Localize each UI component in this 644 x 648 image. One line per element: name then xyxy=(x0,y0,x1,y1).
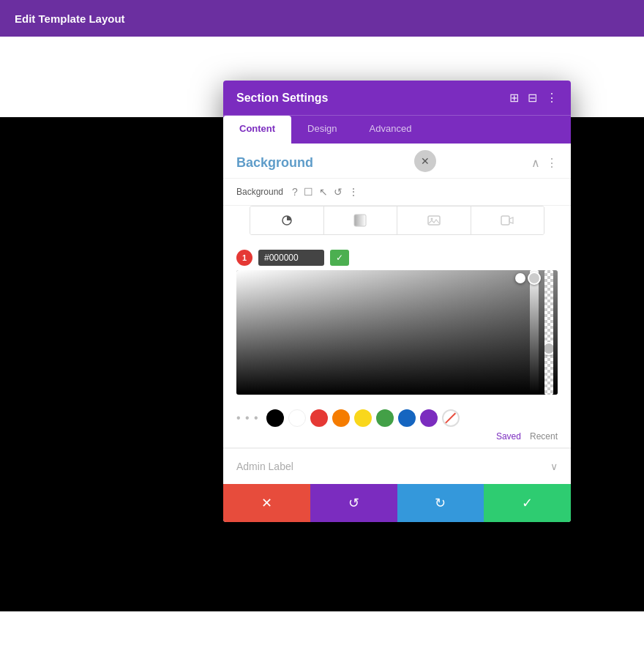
admin-label-row[interactable]: Admin Label ∨ xyxy=(223,448,571,484)
saved-colors-row: • • • xyxy=(223,403,571,428)
video-icon xyxy=(501,214,514,227)
recent-tab[interactable]: Recent xyxy=(530,431,558,442)
panel-resize-icon[interactable]: ⊞ xyxy=(509,91,519,105)
background-label-row: Background ? ☐ ↖ ↺ ⋮ xyxy=(223,179,571,206)
section-collapse-icon[interactable]: ∧ xyxy=(531,156,540,170)
saved-tabs-row: Saved Recent xyxy=(223,428,571,447)
background-row-icons: ? ☐ ↖ ↺ ⋮ xyxy=(292,186,359,198)
saved-tab[interactable]: Saved xyxy=(496,431,521,442)
svg-rect-4 xyxy=(501,216,509,225)
panel-footer: ✕ ↺ ↻ ✓ xyxy=(223,484,571,522)
panel-title: Section Settings xyxy=(236,92,328,105)
svg-rect-1 xyxy=(354,215,366,226)
save-button[interactable]: ✓ xyxy=(484,484,571,522)
swatch-yellow[interactable] xyxy=(354,409,372,427)
editor-bg-bottom xyxy=(0,611,644,648)
swatch-white[interactable] xyxy=(288,409,306,427)
svg-point-3 xyxy=(430,218,433,220)
swatch-black[interactable] xyxy=(266,409,284,427)
cancel-button[interactable]: ✕ xyxy=(223,484,310,522)
admin-label-placeholder: Admin Label xyxy=(236,461,293,472)
background-section-title: Background xyxy=(236,155,313,171)
hex-confirm-button[interactable]: ✓ xyxy=(330,250,349,266)
reset-icon[interactable]: ↺ xyxy=(334,186,342,198)
swatch-blue[interactable] xyxy=(398,409,416,427)
tab-advanced[interactable]: Advanced xyxy=(353,116,428,144)
device-icon[interactable]: ☐ xyxy=(304,186,313,198)
color-index-badge: 1 xyxy=(236,250,252,266)
redo-button[interactable]: ↻ xyxy=(397,484,484,522)
top-bar-title: Edit Template Layout xyxy=(15,12,125,25)
swatch-orange[interactable] xyxy=(332,409,350,427)
panel-close-button[interactable]: ✕ xyxy=(414,150,436,172)
brightness-thumb[interactable] xyxy=(528,272,541,285)
hex-color-input[interactable] xyxy=(258,250,324,266)
panel-header: Section Settings ⊞ ⊟ ⋮ xyxy=(223,81,571,115)
svg-rect-2 xyxy=(428,216,440,225)
swatch-red[interactable] xyxy=(310,409,328,427)
image-icon xyxy=(427,214,441,227)
section-settings-panel: Section Settings ⊞ ⊟ ⋮ Content Design Ad… xyxy=(223,81,571,522)
bg-type-color[interactable] xyxy=(250,206,324,234)
tab-design[interactable]: Design xyxy=(291,116,353,144)
panel-columns-icon[interactable]: ⊟ xyxy=(528,91,537,105)
more-swatches-icon[interactable]: • • • xyxy=(236,411,259,425)
brightness-slider[interactable] xyxy=(530,270,539,395)
gradient-picker-canvas[interactable] xyxy=(236,270,558,395)
panel-tabs: Content Design Advanced xyxy=(223,115,571,144)
background-label: Background xyxy=(236,187,283,197)
background-section-header: Background ∧ ⋮ xyxy=(223,144,571,179)
bg-type-image[interactable] xyxy=(397,206,471,234)
gradient-icon xyxy=(353,214,367,227)
color-fill-icon xyxy=(280,214,293,227)
top-bar: Edit Template Layout xyxy=(0,0,644,37)
undo-button[interactable]: ↺ xyxy=(310,484,397,522)
editor-area: ✕ Section Settings ⊞ ⊟ ⋮ Content Design … xyxy=(0,37,644,648)
panel-header-actions: ⊞ ⊟ ⋮ xyxy=(509,91,558,105)
panel-body: Background ∧ ⋮ Background ? ☐ ↖ ↺ ⋮ xyxy=(223,144,571,484)
color-hex-row: 1 ✓ xyxy=(236,250,558,266)
more-options-icon[interactable]: ⋮ xyxy=(348,186,359,198)
opacity-thumb[interactable] xyxy=(544,342,553,355)
section-more-icon[interactable]: ⋮ xyxy=(546,156,558,170)
bg-type-video[interactable] xyxy=(471,206,544,234)
help-icon[interactable]: ? xyxy=(292,186,298,198)
panel-more-icon[interactable]: ⋮ xyxy=(546,91,558,105)
bg-type-gradient[interactable] xyxy=(324,206,398,234)
swatch-none[interactable] xyxy=(442,409,460,427)
swatch-purple[interactable] xyxy=(420,409,438,427)
section-controls: ∧ ⋮ xyxy=(531,156,558,170)
swatch-green[interactable] xyxy=(376,409,394,427)
pointer-icon[interactable]: ↖ xyxy=(319,186,328,198)
gradient-handle[interactable] xyxy=(515,273,525,283)
admin-label-chevron: ∨ xyxy=(550,461,558,472)
opacity-slider[interactable] xyxy=(544,270,553,395)
background-type-tabs xyxy=(250,206,544,235)
color-picker-wrapper: 1 ✓ xyxy=(236,250,558,395)
tab-content[interactable]: Content xyxy=(223,116,291,144)
